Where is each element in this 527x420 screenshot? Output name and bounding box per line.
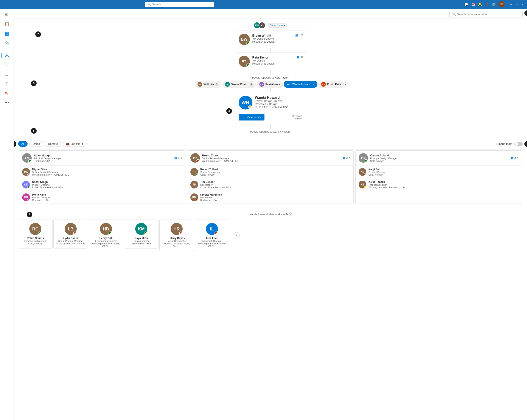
connector-4 <box>270 124 271 128</box>
bryan-wright-reports: 👥 123 <box>295 34 303 37</box>
collab-card-lydia[interactable]: LB Lydia Bauer Group Product Manager In … <box>54 219 88 249</box>
lydia-status <box>73 231 76 234</box>
search-input[interactable] <box>152 3 212 6</box>
carole-avatar: CP <box>359 153 368 163</box>
krystal-mckinney-row[interactable]: KM Krystal McKinney Researcher Redmond, … <box>187 191 353 204</box>
expand-icon-1[interactable]: ∧ <box>180 157 182 159</box>
maximize-button[interactable]: □ <box>515 2 519 7</box>
sidebar-item-calendar[interactable]: 📋 <box>3 20 11 28</box>
sidebar-item-office[interactable]: W <box>3 89 11 97</box>
expand-icon-3[interactable]: ∧ <box>517 157 519 159</box>
view-profile-button[interactable]: 👤 View profile <box>239 114 265 120</box>
allan-name: Allan Munger <box>34 154 172 157</box>
user-avatar[interactable]: JD <box>499 1 505 7</box>
chevron-down-icon: ▾ <box>82 142 83 146</box>
miguel-name: Miguel Silva <box>32 168 182 171</box>
miguel-silva-row[interactable]: MS Miguel Silva Senior Product Designer … <box>19 166 185 178</box>
sidebar-item-people[interactable]: 👥 <box>3 29 11 38</box>
report-tab-kristin[interactable]: KP Kristin Patte <box>318 81 344 88</box>
kadji-bell-row[interactable]: KB Kadji Bell Product Designer Oslo, Nor… <box>356 166 522 178</box>
oscar-location: In the office • Redmond, USA <box>32 186 182 189</box>
wanda-card-footer: 👤 View profile 11 reports 3 direct <box>239 111 302 120</box>
filter-remote-button[interactable]: Remote <box>45 141 61 147</box>
bell-icon[interactable]: 🔔 <box>478 2 482 6</box>
collab-card-kayo[interactable]: KM Kayo Miwa Design partner In the offic… <box>124 219 158 249</box>
allan-title: Principal Design Manager <box>34 157 172 160</box>
connector-1 <box>270 48 271 52</box>
report-tab-katri[interactable]: KA Katri Ahokas <box>256 81 283 88</box>
collab-card-hillary[interactable]: HR Hillary Reyes Senior Researcher Worki… <box>159 219 194 251</box>
more-tabs-button[interactable]: › <box>345 81 346 87</box>
sidebar-item-more[interactable]: ••• <box>3 98 11 107</box>
svg-point-1 <box>5 56 6 57</box>
bruno-title: Senior Research Manager <box>202 157 340 160</box>
sidebar-item-check[interactable]: ✓ <box>3 61 11 69</box>
allan-munger-header[interactable]: AM Allan Munger Principal Design Manager… <box>19 151 185 166</box>
bryan-wright-dept: Research & Design <box>253 40 302 43</box>
info-icon[interactable]: i <box>289 213 292 216</box>
wanda-tab-avatar: WH <box>286 82 291 87</box>
job-title-dropdown[interactable]: 💼 Job title ▾ <box>63 141 87 147</box>
oscar-avatar: OK <box>22 181 30 189</box>
expand-icon-2[interactable]: ∧ <box>349 157 351 159</box>
report-tab-wanda[interactable]: WH Wanda Howard 3 <box>284 81 318 88</box>
keiko-name: Keiko Tanaka <box>369 180 519 184</box>
report-tab-will[interactable]: WL Will Little 3 <box>195 81 221 88</box>
oscar-krogh-row[interactable]: OK Oscar Krogh Product Designer In the o… <box>19 178 185 191</box>
tim-deboer-row[interactable]: TD Tim Deboer Researcher In the office •… <box>187 178 353 191</box>
filter-all-button[interactable]: All <box>18 141 28 147</box>
carole-name: Carole Poland <box>370 154 508 157</box>
alias-search[interactable]: 🔍 Search by name or alias <box>450 11 523 17</box>
carole-location: Oslo, Norway <box>370 160 508 162</box>
robert-location: Oslo, Norway <box>200 173 351 176</box>
person-card-reta-taylor: RT Reta Taylor VP, Design Research & Des… <box>235 52 306 70</box>
bryan-wright-title: VP, Design Director <box>253 37 302 40</box>
keiko-tanaka-row[interactable]: KT Keiko Tanaka Product Designer Working… <box>356 178 522 191</box>
nav-next-button[interactable]: › <box>234 232 240 238</box>
sidebar-item-org[interactable] <box>3 51 11 60</box>
show-more-button[interactable]: Show 4 more <box>267 23 287 28</box>
expand-team-toggle[interactable]: Expand team <box>496 142 523 146</box>
expand-toggle-switch[interactable] <box>514 142 523 146</box>
miguel-title: Senior Product Designer <box>32 171 182 173</box>
wanda-name: Wanda Howard <box>255 96 289 100</box>
minimize-button[interactable]: ─ <box>509 2 514 7</box>
collab-card-henry[interactable]: HB Henry Brill Engineering Director Work… <box>89 219 123 251</box>
annotation-3: 3 <box>31 81 37 86</box>
henry-avatar: HB <box>100 223 112 235</box>
robert-tolbert-row[interactable]: RT Robert Tolbert Senior Researcher Oslo… <box>187 166 353 178</box>
bryan-wright-info: Bryan Wright VP, Design Director Researc… <box>253 34 302 43</box>
kristin-name: Kristin Patte <box>327 83 341 86</box>
wanda-location: In the office • Redmond, USA <box>255 106 289 109</box>
collab-card-robin[interactable]: RC Robin Counts Engineering Manager Oslo… <box>18 219 53 249</box>
calendar-icon[interactable]: 📅 <box>471 2 475 6</box>
team-column-1: AM Allan Munger Principal Design Manager… <box>19 150 186 204</box>
robin-name: Robin Counts <box>21 237 50 240</box>
carole-poland-header[interactable]: CP Carole Poland Principal Design Manage… <box>356 151 522 166</box>
bruno-zhao-header[interactable]: BZ Bruno Zhao Senior Research Manager Wo… <box>187 151 353 166</box>
krystal-info: Krystal McKinney Researcher Redmond, USA <box>200 193 351 201</box>
chat-icon[interactable]: 💬 <box>464 2 468 6</box>
collab-card-inna[interactable]: IL Inna Laar Research Director Working r… <box>195 219 229 251</box>
robin-title: Engineering Manager <box>21 240 50 242</box>
robin-location: Oslo, Norway <box>21 242 50 245</box>
sidebar-item-mail[interactable]: ✉ <box>3 10 11 19</box>
close-button[interactable]: ✕ <box>520 2 525 7</box>
search-bar[interactable]: 🔍 <box>145 2 214 7</box>
sidebar-item-attach[interactable]: 📎 <box>3 39 11 47</box>
mona-kane-row[interactable]: MK Mona Kane Product Designer Redmond, U… <box>19 191 185 204</box>
sidebar-item-teams[interactable]: T <box>3 79 11 88</box>
sidebar-item-list[interactable]: ☰ <box>3 70 11 79</box>
people-icon: 👥 <box>295 34 298 37</box>
question-icon[interactable]: ❓ <box>485 2 489 6</box>
job-icon: 💼 <box>66 142 70 146</box>
report-tab-serena[interactable]: SR Serena Ribeiro 3 <box>222 81 256 88</box>
svg-line-4 <box>6 55 7 56</box>
bruno-status <box>197 159 199 162</box>
settings-icon[interactable]: ⚙️ <box>492 2 496 6</box>
mona-name: Mona Kane <box>32 193 182 196</box>
annotation-7: 7 <box>524 141 527 147</box>
also-works-label: Wanda Howard also works with i <box>18 213 523 216</box>
filter-office-button[interactable]: Office <box>29 141 43 147</box>
hillary-avatar: HR <box>171 223 183 235</box>
